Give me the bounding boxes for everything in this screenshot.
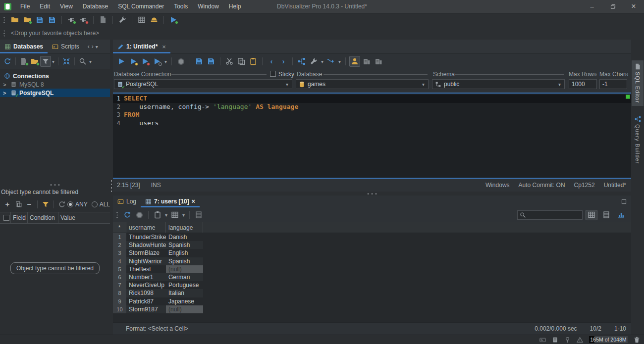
cell-language[interactable]: (null) — [166, 305, 203, 313]
rerun-query-icon[interactable] — [122, 209, 133, 220]
sql-editor[interactable]: 1SELECT2 username, config-> 'language' A… — [113, 93, 631, 179]
favorites-grip[interactable] — [3, 30, 5, 37]
table-row[interactable]: 2ShadowHunterSpanish — [113, 241, 631, 249]
menu-window[interactable]: Window — [193, 3, 224, 10]
open-bookmarks-icon[interactable] — [22, 14, 33, 25]
sql-line[interactable]: 1SELECT — [113, 95, 631, 103]
results-grip[interactable] — [116, 211, 118, 218]
sql-line[interactable]: 3FROM — [113, 111, 631, 119]
restore-icon[interactable] — [602, 0, 623, 13]
table-data-icon[interactable] — [136, 14, 147, 25]
execute-buffer-icon[interactable] — [140, 56, 151, 67]
pin-icon[interactable] — [564, 337, 571, 343]
apply-filter-icon[interactable] — [40, 199, 51, 210]
tab-scripts[interactable]: Scripts — [48, 40, 84, 53]
tab-untitled[interactable]: 1: Untitled* × — [113, 40, 170, 53]
filter-select-all-checkbox[interactable] — [3, 215, 9, 221]
rollback-icon[interactable] — [373, 56, 384, 67]
warnings-icon[interactable] — [577, 337, 583, 343]
redo-icon[interactable]: › — [278, 56, 289, 67]
table-row[interactable]: 6Number1German — [113, 273, 631, 281]
expand-icon[interactable]: > — [3, 90, 8, 96]
cell-language[interactable]: German — [166, 273, 203, 281]
row-number[interactable]: 5 — [113, 265, 126, 273]
cell-username[interactable]: Number1 — [126, 273, 166, 281]
table-row[interactable]: 8Rick1098Italian — [113, 289, 631, 297]
row-number[interactable]: 9 — [113, 297, 126, 305]
cell-username[interactable]: ThunderStrike — [126, 233, 166, 241]
format-label[interactable]: Format: <Select a Cell> — [126, 325, 188, 332]
connection-select[interactable]: ✓ PostgreSQL ▾ — [114, 79, 292, 89]
new-sql-commander-icon[interactable] — [168, 14, 179, 25]
cell-username[interactable]: TheBest — [126, 265, 166, 273]
table-row[interactable]: 9Patrick87Japanese — [113, 297, 631, 305]
bind-variables-icon[interactable] — [296, 56, 307, 67]
form-view-button[interactable] — [600, 210, 612, 220]
database-select[interactable]: games ▾ — [296, 79, 429, 89]
table-row[interactable]: 7NeverGiveUpPortuguese — [113, 281, 631, 289]
table-row[interactable]: 5TheBest(null) — [113, 265, 631, 273]
open-file-icon[interactable] — [9, 14, 20, 25]
menu-tools[interactable]: Tools — [169, 3, 193, 10]
max-chars-input[interactable]: -1 — [599, 79, 627, 89]
results-splitter-handle[interactable] — [113, 192, 631, 196]
tab-log[interactable]: Log — [113, 196, 141, 207]
refresh-filter-icon[interactable] — [56, 199, 67, 210]
grid-options-chevron-icon[interactable]: ▾ — [182, 212, 185, 218]
cell-username[interactable]: Storm9187 — [126, 305, 166, 313]
encoding[interactable]: Cp1252 — [574, 182, 595, 189]
tab-databases[interactable]: Databases — [0, 40, 48, 53]
column-value[interactable]: Value — [58, 212, 110, 223]
table-row[interactable]: 10Storm9187(null) — [113, 305, 631, 313]
menu-file[interactable]: File — [15, 3, 35, 10]
cell-language[interactable]: Italian — [166, 289, 203, 297]
row-number[interactable]: 3 — [113, 249, 126, 257]
tree-item-postgresql[interactable]: > ✓ PostgreSQL — [0, 89, 110, 97]
add-filter-icon[interactable]: + — [2, 199, 13, 210]
garbage-collect-icon[interactable] — [634, 337, 640, 343]
line-ending[interactable]: Windows — [485, 182, 510, 189]
sql-line[interactable]: 4 users — [113, 119, 631, 128]
grid-view-button[interactable] — [586, 210, 597, 220]
row-number[interactable]: 1 — [113, 233, 126, 241]
column-header-username[interactable]: username — [126, 222, 166, 233]
row-number[interactable]: 7 — [113, 281, 126, 289]
row-number[interactable]: 8 — [113, 289, 126, 297]
paste-icon[interactable] — [248, 56, 259, 67]
save-sql-icon[interactable] — [194, 56, 205, 67]
row-number[interactable]: 6 — [113, 273, 126, 281]
save-sql-as-icon[interactable] — [206, 56, 216, 67]
cell-language[interactable]: Spanish — [166, 257, 203, 265]
export-result-icon[interactable] — [152, 209, 163, 220]
cell-username[interactable]: Rick1098 — [126, 289, 166, 297]
toolbar-grip[interactable] — [3, 16, 5, 23]
sql-line[interactable]: 2 username, config-> 'language' AS langu… — [113, 103, 631, 111]
rail-tab-query-builder[interactable]: Query Builder — [632, 113, 644, 167]
tree-item-mysql[interactable]: > MySQL 8 — [0, 80, 110, 89]
panel-splitter-handle[interactable] — [0, 183, 110, 187]
cell-language[interactable]: Japanese — [166, 297, 203, 305]
tab-users-result[interactable]: 7: users [10] × — [141, 196, 200, 207]
undo-icon[interactable]: ‹ — [266, 56, 277, 67]
locate-options-icon[interactable]: ▾ — [89, 59, 92, 64]
expand-icon[interactable]: > — [3, 82, 8, 88]
row-details-icon[interactable] — [193, 209, 204, 220]
editor-options-chevron-icon[interactable]: ▾ — [321, 59, 323, 64]
merge-results-icon[interactable] — [325, 56, 336, 67]
remove-filter-icon[interactable]: − — [24, 199, 35, 210]
close-tab-icon[interactable]: × — [192, 198, 195, 205]
cell-language[interactable]: Spanish — [166, 241, 203, 249]
search-input[interactable] — [528, 211, 580, 219]
database-activity-icon[interactable] — [552, 337, 558, 343]
create-folder-icon[interactable] — [29, 56, 40, 67]
table-row[interactable]: 1ThunderStrikeDanish — [113, 233, 631, 241]
editor-options-icon[interactable] — [308, 56, 319, 67]
commit-icon[interactable] — [361, 56, 372, 67]
column-field[interactable]: Field — [11, 212, 28, 223]
save-icon[interactable] — [34, 14, 45, 25]
transaction-mode-button[interactable] — [349, 56, 360, 67]
cell-username[interactable]: Patrick87 — [126, 297, 166, 305]
menu-sql-commander[interactable]: SQL Commander — [113, 3, 169, 10]
cut-icon[interactable] — [224, 56, 235, 67]
row-number[interactable]: 2 — [113, 241, 126, 249]
